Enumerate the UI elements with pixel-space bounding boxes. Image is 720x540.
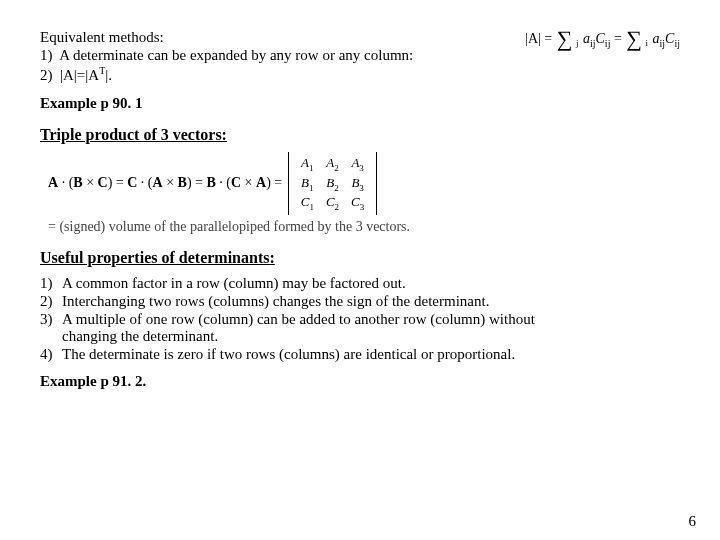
coef-a: a bbox=[583, 31, 590, 46]
triple-product-equation-block: A · (B × C) = C · (A × B) = B · (C × A) … bbox=[40, 152, 680, 235]
list-number: 2) bbox=[40, 67, 53, 83]
cell: C bbox=[326, 194, 335, 209]
list-text: Interchanging two rows (columns) changes… bbox=[62, 293, 680, 310]
sum-index: i bbox=[646, 38, 649, 48]
property-item: 4) The determinate is zero if two rows (… bbox=[40, 346, 680, 363]
equiv-item-2: 2) |A|=|AT|. bbox=[40, 65, 519, 84]
equiv-title: Equivalent methods: bbox=[40, 29, 519, 46]
cell-sub: 3 bbox=[359, 163, 364, 173]
list-number: 1) bbox=[40, 47, 53, 63]
cell-sub: 1 bbox=[309, 202, 314, 212]
list-number: 1) bbox=[40, 275, 62, 292]
list-text: A determinate can be expanded by any row… bbox=[59, 47, 413, 63]
list-text: A multiple of one row (column) can be ad… bbox=[62, 311, 680, 345]
formula-lhs: |A| bbox=[525, 31, 541, 46]
equivalent-methods-block: Equivalent methods: 1) A determinate can… bbox=[40, 28, 519, 85]
cell-sub: 3 bbox=[359, 182, 364, 192]
list-text: A common factor in a row (column) may be… bbox=[62, 275, 680, 292]
property-item: 2) Interchanging two rows (columns) chan… bbox=[40, 293, 680, 310]
list-text-line1: A multiple of one row (column) can be ad… bbox=[62, 311, 535, 327]
triple-lhs: A · (B × C) = C · (A × B) = B · (C × A) … bbox=[48, 175, 286, 191]
heading-text: Useful properties of determinants bbox=[40, 249, 269, 266]
page-body: Equivalent methods: 1) A determinate can… bbox=[0, 0, 720, 390]
cell: B bbox=[301, 175, 309, 190]
sigma-icon: ∑ i bbox=[626, 30, 648, 49]
cell-sub: 1 bbox=[309, 163, 314, 173]
coef-a: a bbox=[653, 31, 660, 46]
triple-product-meaning: = (signed) volume of the parallelopiped … bbox=[40, 219, 680, 235]
page-number: 6 bbox=[689, 513, 697, 530]
example-reference-1: Example p 90. 1 bbox=[40, 95, 680, 112]
cell: A bbox=[326, 155, 334, 170]
list-number: 2) bbox=[40, 293, 62, 310]
cell-sub: 3 bbox=[360, 202, 365, 212]
sum-index: j bbox=[576, 38, 579, 48]
cell: C bbox=[351, 194, 360, 209]
list-number: 3) bbox=[40, 311, 62, 345]
sigma-icon: ∑ j bbox=[557, 30, 579, 49]
heading-useful-properties: Useful properties of determinants: bbox=[40, 249, 680, 267]
cell-sub: 2 bbox=[334, 163, 339, 173]
determinant-expansion-formula: |A| = ∑ j aijCij = ∑ i aijCij bbox=[519, 28, 680, 49]
cofactor-C-sub: ij bbox=[605, 38, 611, 49]
cell: B bbox=[326, 175, 334, 190]
heading-triple-product: Triple product of 3 vectors: bbox=[40, 126, 680, 144]
list-text-prefix: |A|=|A bbox=[60, 67, 99, 83]
equiv-item-1: 1) A determinate can be expanded by any … bbox=[40, 47, 519, 64]
heading-colon: : bbox=[269, 249, 274, 266]
cell: A bbox=[301, 155, 309, 170]
cell-sub: 2 bbox=[334, 182, 339, 192]
property-item: 1) A common factor in a row (column) may… bbox=[40, 275, 680, 292]
determinant-matrix: A1 A2 A3 B1 B2 B3 C1 C2 C3 bbox=[288, 152, 378, 215]
list-number: 4) bbox=[40, 346, 62, 363]
cofactor-C-sub: ij bbox=[674, 38, 680, 49]
properties-list: 1) A common factor in a row (column) may… bbox=[40, 275, 680, 363]
triple-product-equation: A · (B × C) = C · (A × B) = B · (C × A) … bbox=[40, 152, 680, 215]
list-text-line2: changing the determinant. bbox=[62, 328, 218, 344]
cofactor-C: C bbox=[596, 31, 605, 46]
list-text: The determinate is zero if two rows (col… bbox=[62, 346, 680, 363]
example-reference-2: Example p 91. 2. bbox=[40, 373, 680, 390]
cell-sub: 1 bbox=[309, 182, 314, 192]
cell-sub: 2 bbox=[335, 202, 340, 212]
equivalent-methods-row: Equivalent methods: 1) A determinate can… bbox=[40, 28, 680, 85]
list-text-suffix: |. bbox=[105, 67, 112, 83]
property-item: 3) A multiple of one row (column) can be… bbox=[40, 311, 680, 345]
